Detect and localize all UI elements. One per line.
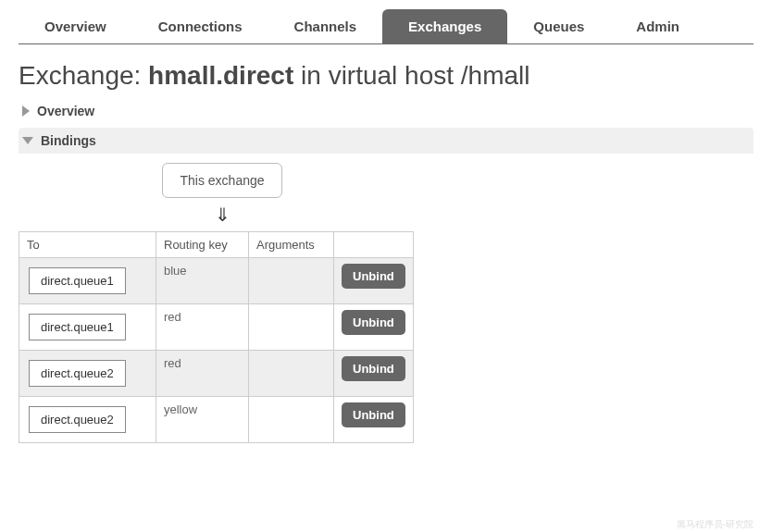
page-title: Exchange: hmall.direct in virtual host /… (19, 61, 753, 91)
tab-admin[interactable]: Admin (610, 9, 705, 43)
unbind-button[interactable]: Unbind (342, 402, 405, 427)
cell-routing-key: red (156, 351, 249, 397)
queue-link[interactable]: direct.queue1 (29, 267, 126, 294)
chevron-down-icon (22, 137, 33, 144)
cell-arguments (249, 351, 334, 397)
section-bindings: Bindings This exchange ⇓ To Routing key … (19, 128, 753, 443)
queue-link[interactable]: direct.queue2 (29, 360, 126, 387)
title-prefix: Exchange: (19, 61, 148, 90)
cell-routing-key: red (156, 304, 249, 351)
cell-arguments (249, 258, 334, 304)
bindings-table: To Routing key Arguments direct.queue1 b… (19, 231, 414, 443)
section-overview-header[interactable]: Overview (19, 98, 753, 124)
table-row: direct.queue2 red Unbind (19, 351, 414, 397)
queue-link[interactable]: direct.queue2 (29, 406, 126, 433)
cell-routing-key: blue (156, 258, 249, 304)
unbind-button[interactable]: Unbind (342, 264, 405, 289)
table-row: direct.queue1 red Unbind (19, 304, 414, 351)
arrow-down-icon: ⇓ (19, 204, 426, 226)
this-exchange-box: This exchange (162, 163, 281, 198)
cell-arguments (249, 304, 334, 351)
table-row: direct.queue2 yellow Unbind (19, 397, 414, 443)
section-overview-title: Overview (37, 104, 94, 118)
tab-exchanges[interactable]: Exchanges (382, 9, 507, 43)
th-actions (334, 232, 414, 258)
bindings-body: This exchange ⇓ To Routing key Arguments… (19, 154, 753, 443)
section-bindings-header[interactable]: Bindings (19, 128, 753, 154)
tab-channels[interactable]: Channels (268, 9, 383, 43)
tab-queues[interactable]: Queues (507, 9, 610, 43)
cell-arguments (249, 397, 334, 443)
th-to: To (19, 232, 156, 258)
th-routing-key: Routing key (156, 232, 249, 258)
cell-routing-key: yellow (156, 397, 249, 443)
title-middle: in virtual host (293, 61, 461, 90)
unbind-button[interactable]: Unbind (342, 356, 405, 381)
section-overview: Overview (19, 98, 753, 124)
nav-tabs: Overview Connections Channels Exchanges … (19, 9, 753, 44)
unbind-button[interactable]: Unbind (342, 310, 405, 335)
queue-link[interactable]: direct.queue1 (29, 314, 126, 340)
exchange-name: hmall.direct (148, 61, 293, 90)
th-arguments: Arguments (249, 232, 334, 258)
chevron-right-icon (22, 105, 30, 117)
tab-connections[interactable]: Connections (132, 9, 268, 43)
table-row: direct.queue1 blue Unbind (19, 258, 414, 304)
vhost-name: /hmall (461, 61, 530, 90)
section-bindings-title: Bindings (41, 133, 96, 148)
tab-overview[interactable]: Overview (19, 9, 132, 43)
